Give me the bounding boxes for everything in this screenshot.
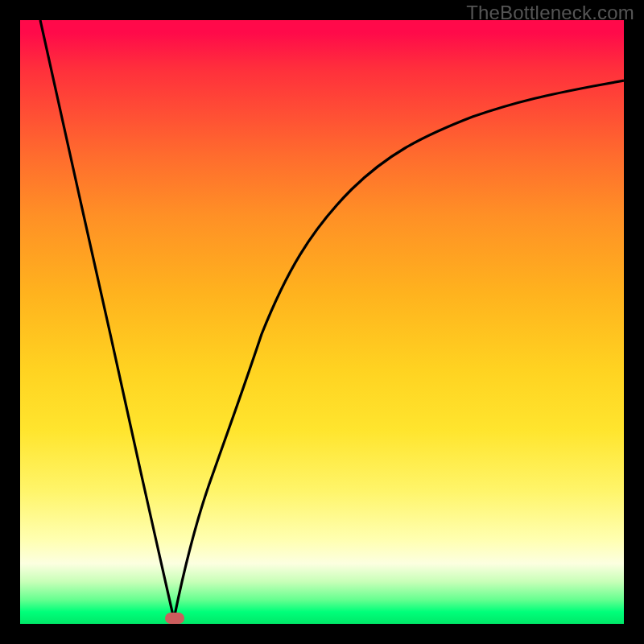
chart-svg: [20, 20, 624, 624]
chart-frame: TheBottleneck.com: [0, 0, 644, 644]
min-marker: [165, 613, 184, 624]
curve-right-branch: [174, 80, 624, 619]
watermark-text: TheBottleneck.com: [466, 2, 634, 24]
curve-left-branch: [40, 20, 174, 619]
